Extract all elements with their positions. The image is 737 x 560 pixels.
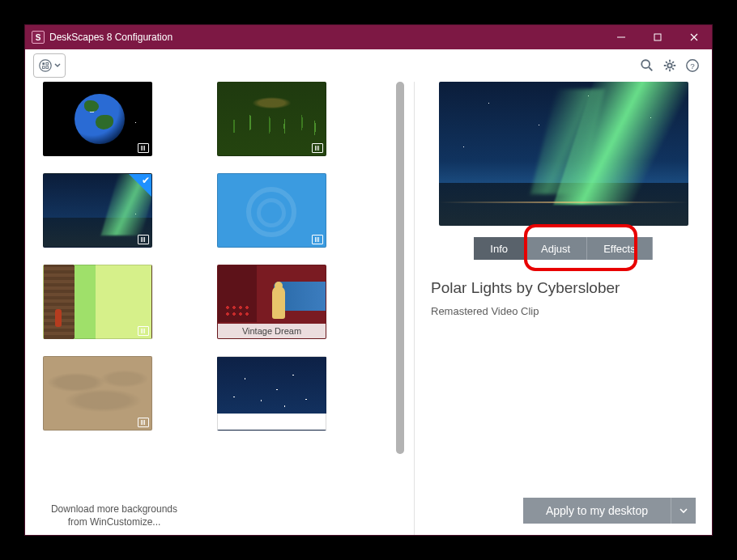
video-badge-icon [138, 235, 149, 244]
gallery-panel: ✔ [25, 82, 414, 535]
tab-effects[interactable]: Effects [587, 237, 653, 260]
video-badge-icon [312, 418, 323, 427]
gear-icon [662, 58, 677, 73]
scrollbar-handle[interactable] [396, 82, 404, 454]
search-icon [640, 58, 654, 73]
apply-row: Apply to my desktop [523, 498, 696, 524]
detail-panel: Info Adjust Effects Polar Lights by Cybe… [414, 82, 712, 535]
thumbnail-forest[interactable] [217, 82, 326, 156]
thumbnail-blue-swirl[interactable] [217, 173, 326, 248]
chevron-down-icon [679, 507, 688, 515]
svg-text:?: ? [690, 62, 695, 70]
video-badge-icon [138, 418, 149, 427]
maximize-icon [654, 33, 662, 41]
thumbnail-snow-night[interactable] [217, 356, 326, 431]
wallpaper-title: Polar Lights by Cyberslober [431, 279, 696, 297]
thumbnail-caption: Vintage Dream [218, 324, 326, 338]
close-icon [690, 33, 698, 41]
minimize-icon [617, 33, 625, 41]
app-window: S DeskScapes 8 Configuration [24, 24, 713, 536]
download-more-link[interactable]: Download more backgrounds from WinCustom… [49, 503, 179, 528]
video-badge-icon [138, 143, 149, 153]
grid-view-icon [38, 58, 53, 73]
minimize-button[interactable] [603, 25, 639, 49]
thumbnail-sand[interactable] [43, 356, 152, 431]
help-icon: ? [685, 58, 700, 73]
thumbnail-earth[interactable] [43, 82, 152, 156]
thumbnail-grid: ✔ [43, 82, 414, 535]
apply-dropdown-button[interactable] [671, 498, 696, 524]
wallpaper-subtitle: Remastered Video Clip [431, 305, 696, 317]
tab-adjust[interactable]: Adjust [525, 237, 587, 260]
svg-point-1 [40, 60, 51, 71]
apply-button[interactable]: Apply to my desktop [523, 498, 671, 524]
svg-rect-4 [42, 66, 45, 69]
thumbnail-polar-lights[interactable]: ✔ [43, 173, 152, 248]
titlebar: S DeskScapes 8 Configuration [25, 25, 712, 49]
detail-tabs: Info Adjust Effects [474, 237, 652, 260]
thumbnail-vintage-dream[interactable]: Vintage Dream [217, 265, 326, 339]
app-icon: S [32, 31, 45, 44]
preview-image [439, 82, 688, 226]
video-badge-icon [138, 326, 149, 336]
svg-rect-5 [46, 66, 49, 69]
selected-check-icon: ✔ [142, 175, 150, 186]
chevron-down-icon [54, 62, 61, 69]
gallery-scrollbar[interactable] [396, 82, 404, 454]
svg-rect-2 [42, 62, 45, 65]
close-button[interactable] [675, 25, 712, 49]
help-button[interactable]: ? [681, 54, 704, 77]
toolbar: ? [25, 49, 712, 82]
svg-point-7 [667, 63, 671, 67]
search-button[interactable] [636, 54, 658, 77]
svg-rect-0 [654, 34, 661, 40]
view-options-button[interactable] [33, 53, 66, 78]
tab-info[interactable]: Info [474, 237, 525, 260]
maximize-button[interactable] [639, 25, 675, 49]
content-area: ✔ [25, 82, 712, 535]
svg-point-6 [641, 60, 650, 68]
video-badge-icon [312, 143, 323, 153]
svg-rect-3 [46, 62, 49, 65]
window-title: DeskScapes 8 Configuration [49, 32, 603, 43]
settings-button[interactable] [658, 54, 681, 77]
video-badge-icon [312, 235, 323, 244]
thumbnail-tree-bark[interactable] [43, 265, 152, 339]
